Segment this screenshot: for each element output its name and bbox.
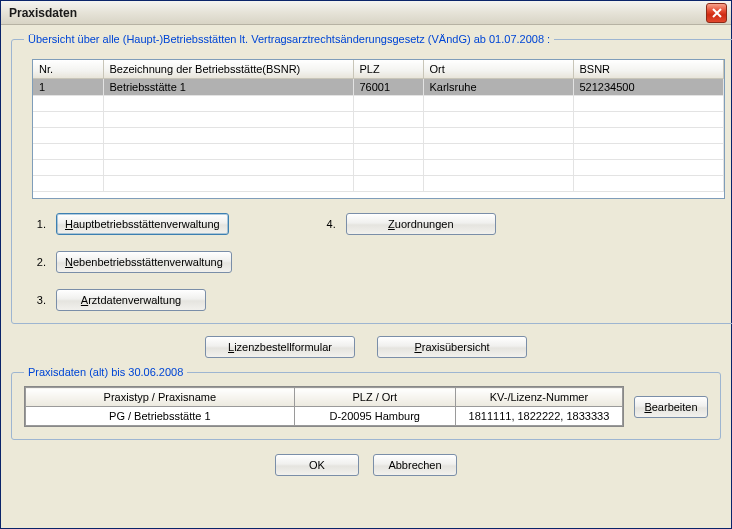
cell-ort: Karlsruhe (423, 79, 573, 96)
cell-bsnr: 521234500 (573, 79, 723, 96)
old-table-wrap: Praxistyp / Praxisname PLZ / Ort KV-/Liz… (24, 386, 708, 427)
ok-button[interactable]: OK (275, 454, 359, 476)
locations-table-wrap: Nr. Bezeichnung der Betriebsstätte(BSNR)… (32, 59, 725, 199)
table-row[interactable] (33, 96, 723, 112)
cell-plz: 76001 (353, 79, 423, 96)
window-title: Praxisdaten (9, 6, 77, 20)
old-col-kv: KV-/Lizenz-Nummer (455, 388, 622, 407)
dialog-content: Übersicht über alle (Haupt-)Betriebsstät… (1, 25, 731, 528)
actions-area: 1. Hauptbetriebsstättenverwaltung 2. Neb… (24, 213, 732, 311)
col-nr[interactable]: Nr. (33, 60, 103, 79)
action-row-2: 2. Nebenbetriebsstättenverwaltung (32, 251, 232, 273)
table-row[interactable] (33, 160, 723, 176)
old-table-header-row: Praxistyp / Praxisname PLZ / Ort KV-/Liz… (26, 388, 623, 407)
lizenzbestellformular-button[interactable]: Lizenzbestellformular (205, 336, 355, 358)
table-row[interactable] (33, 176, 723, 192)
action-num-2: 2. (32, 256, 46, 268)
old-table-container: Praxistyp / Praxisname PLZ / Ort KV-/Liz… (24, 386, 624, 427)
col-bezeichnung[interactable]: Bezeichnung der Betriebsstätte(BSNR) (103, 60, 353, 79)
action-num-1: 1. (32, 218, 46, 230)
cell-nr: 1 (33, 79, 103, 96)
bearbeiten-button[interactable]: Bearbeiten (634, 396, 708, 418)
table-row[interactable] (33, 144, 723, 160)
old-cell-typ: PG / Betriebsstätte 1 (26, 407, 295, 426)
table-row[interactable] (33, 128, 723, 144)
old-fieldset-legend: Praxisdaten (alt) bis 30.06.2008 (24, 366, 187, 378)
cancel-button[interactable]: Abbrechen (373, 454, 457, 476)
zuordnungen-button[interactable]: Zuordnungen (346, 213, 496, 235)
titlebar: Praxisdaten (1, 1, 731, 25)
action-row-4: 4. Zuordnungen (322, 213, 496, 235)
bottom-bar: OK Abbrechen (11, 448, 721, 476)
col-bsnr[interactable]: BSNR (573, 60, 723, 79)
main-fieldset: Übersicht über alle (Haupt-)Betriebsstät… (11, 33, 732, 324)
praxisuebersicht-button[interactable]: Praxisübersicht (377, 336, 527, 358)
actions-col-right: 4. Zuordnungen (322, 213, 496, 311)
mid-buttons: Lizenzbestellformular Praxisübersicht (11, 336, 721, 358)
close-icon (712, 8, 722, 18)
col-plz[interactable]: PLZ (353, 60, 423, 79)
hauptbetriebsstaetten-button[interactable]: Hauptbetriebsstättenverwaltung (56, 213, 229, 235)
action-row-3: 3. Arztdatenverwaltung (32, 289, 232, 311)
table-row[interactable]: 1 Betriebsstätte 1 76001 Karlsruhe 52123… (33, 79, 723, 96)
locations-table[interactable]: Nr. Bezeichnung der Betriebsstätte(BSNR)… (33, 60, 724, 192)
old-col-plzort: PLZ / Ort (294, 388, 455, 407)
arztdaten-button[interactable]: Arztdatenverwaltung (56, 289, 206, 311)
old-table-row: PG / Betriebsstätte 1 D-20095 Hamburg 18… (26, 407, 623, 426)
old-fieldset: Praxisdaten (alt) bis 30.06.2008 Praxist… (11, 366, 721, 440)
main-fieldset-legend: Übersicht über alle (Haupt-)Betriebsstät… (24, 33, 554, 45)
action-row-1: 1. Hauptbetriebsstättenverwaltung (32, 213, 232, 235)
nebenbetriebsstaetten-button[interactable]: Nebenbetriebsstättenverwaltung (56, 251, 232, 273)
col-ort[interactable]: Ort (423, 60, 573, 79)
old-cell-kv: 1811111, 1822222, 1833333 (455, 407, 622, 426)
dialog-window: Praxisdaten Übersicht über alle (Haupt-)… (0, 0, 732, 529)
table-header-row: Nr. Bezeichnung der Betriebsstätte(BSNR)… (33, 60, 723, 79)
action-num-4: 4. (322, 218, 336, 230)
cell-bezeichnung: Betriebsstätte 1 (103, 79, 353, 96)
actions-col-left: 1. Hauptbetriebsstättenverwaltung 2. Neb… (32, 213, 232, 311)
old-col-typ: Praxistyp / Praxisname (26, 388, 295, 407)
old-cell-plzort: D-20095 Hamburg (294, 407, 455, 426)
old-praxis-table: Praxistyp / Praxisname PLZ / Ort KV-/Liz… (25, 387, 623, 426)
close-button[interactable] (706, 3, 727, 23)
table-row[interactable] (33, 112, 723, 128)
action-num-3: 3. (32, 294, 46, 306)
